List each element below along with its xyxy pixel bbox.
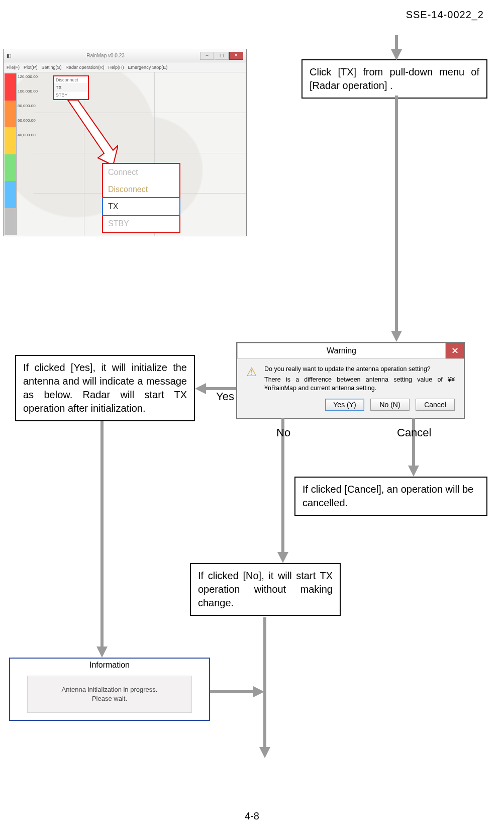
result-box-yes: If clicked [Yes], it will initialize the…: [15, 355, 195, 421]
warning-question: Do you really want to update the antenna…: [264, 365, 455, 374]
small-menu-tx: TX: [54, 84, 88, 91]
information-body: Antenna initialization in progress. Plea…: [27, 676, 192, 713]
arrow-down-icon: [408, 466, 419, 477]
dropdown-tx[interactable]: TX: [102, 197, 180, 216]
scale-value: 80,000.00: [18, 104, 38, 108]
window-titlebar: ◧ RainMap v0.0.23 – ▢ ✕: [4, 49, 246, 62]
app-icon: ◧: [7, 53, 11, 58]
menu-plot[interactable]: Plot(P): [24, 65, 38, 70]
maximize-button[interactable]: ▢: [215, 52, 229, 60]
dropdown-disconnect[interactable]: Disconnect: [103, 181, 179, 198]
arrow-right-icon: [253, 686, 264, 697]
menu-file[interactable]: File(F): [7, 65, 20, 70]
dropdown-stby[interactable]: STBY: [103, 215, 179, 232]
dropdown-connect[interactable]: Connect: [103, 164, 179, 181]
arrow-down-icon: [391, 331, 402, 342]
yes-button[interactable]: Yes (Y): [325, 399, 364, 411]
arrow-left-icon: [195, 383, 206, 394]
flow-line: [100, 421, 104, 648]
map-area: 120,000.00 100,000.00 80,000.00 60,000.0…: [4, 72, 246, 236]
information-dialog: Information Antenna initialization in pr…: [9, 658, 210, 721]
close-icon: ✕: [451, 345, 459, 356]
arrow-down-icon: [391, 49, 402, 60]
svg-marker-0: [68, 100, 118, 165]
page-number: 4-8: [0, 810, 504, 822]
flow-line: [395, 96, 398, 332]
warning-text: Do you really want to update the antenna…: [264, 365, 455, 393]
step-box-click-tx: Click [TX] from pull-down menu of [Radar…: [301, 59, 487, 99]
information-line1: Antenna initialization in progress.: [33, 685, 186, 694]
document-id: SSE-14-0022_2: [406, 9, 484, 21]
warning-title: Warning: [237, 343, 446, 358]
result-text: If clicked [Yes], it will initialize the…: [23, 362, 187, 414]
minimize-button[interactable]: –: [200, 52, 214, 60]
information-title: Information: [10, 659, 209, 673]
step-text: Click [TX] from pull-down menu of [Radar…: [310, 66, 479, 91]
app-screenshot: ◧ RainMap v0.0.23 – ▢ ✕ File(F) Plot(P) …: [3, 49, 247, 236]
flow-line: [412, 418, 415, 467]
flow-line: [210, 690, 254, 693]
window-title: RainMap v0.0.23: [11, 53, 200, 58]
dropdown-highlight: Connect Disconnect TX STBY: [102, 163, 180, 233]
warning-detail: There is a difference between antenna se…: [264, 376, 455, 393]
arrow-down-icon: [277, 552, 288, 563]
callout-arrow-icon: [63, 100, 118, 170]
warning-close-button[interactable]: ✕: [446, 343, 464, 358]
result-text: If clicked [No], it will start TX operat…: [198, 570, 333, 608]
scale-value: 60,000.00: [18, 118, 38, 123]
arrow-down-icon: [259, 747, 270, 758]
warning-dialog: Warning ✕ ⚠ Do you really want to update…: [236, 342, 465, 419]
scale-value: 100,000.00: [18, 89, 38, 94]
color-scale: [5, 73, 17, 235]
no-button[interactable]: No (N): [370, 399, 410, 411]
arrow-down-icon: [96, 647, 108, 658]
flow-line: [395, 35, 398, 50]
flow-line: [263, 617, 266, 748]
scale-labels: 120,000.00 100,000.00 80,000.00 60,000.0…: [18, 74, 38, 137]
menu-emergency[interactable]: Emergency Stop(E): [128, 65, 168, 70]
menu-setting[interactable]: Setting(S): [42, 65, 62, 70]
warning-icon: ⚠: [246, 365, 257, 379]
small-dropdown-highlight: Disconnect TX STBY: [53, 75, 89, 100]
information-line2: Please wait.: [33, 694, 186, 703]
small-menu-stby: STBY: [54, 91, 88, 99]
scale-value: 120,000.00: [18, 74, 38, 79]
label-cancel: Cancel: [397, 426, 431, 439]
small-menu-disconnect: Disconnect: [54, 76, 88, 84]
menubar: File(F) Plot(P) Setting(S) Radar operati…: [4, 62, 246, 72]
result-box-no: If clicked [No], it will start TX operat…: [190, 563, 341, 616]
cancel-button[interactable]: Cancel: [416, 399, 455, 411]
menu-radar-operation[interactable]: Radar operation(R): [66, 65, 105, 70]
close-button[interactable]: ✕: [229, 52, 243, 60]
label-yes: Yes: [216, 390, 234, 403]
scale-value: 40,000.00: [18, 133, 38, 137]
result-text: If clicked [Cancel], an operation will b…: [303, 484, 473, 508]
label-no: No: [276, 426, 290, 439]
result-box-cancel: If clicked [Cancel], an operation will b…: [294, 477, 487, 516]
menu-help[interactable]: Help(H): [109, 65, 124, 70]
